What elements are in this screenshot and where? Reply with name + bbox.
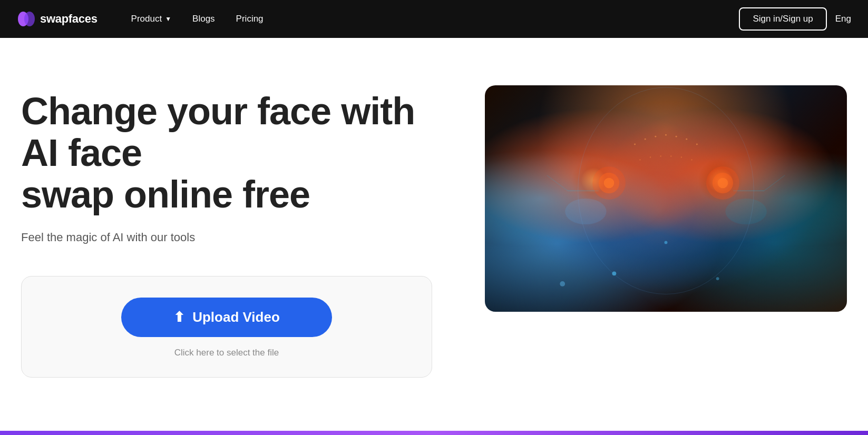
right-section — [485, 80, 847, 312]
hero-title-line2: swap online free — [21, 173, 310, 215]
hero-image-visual — [485, 85, 847, 312]
svg-point-8 — [612, 271, 616, 275]
chevron-down-icon: ▼ — [165, 15, 171, 23]
hero-subtitle: Feel the magic of AI with our tools — [21, 231, 453, 244]
svg-point-7 — [665, 241, 668, 244]
svg-point-19 — [655, 136, 656, 137]
navbar: swapfaces Product ▼ Blogs Pricing Sign i… — [0, 0, 868, 38]
svg-point-21 — [676, 136, 677, 137]
blogs-label: Blogs — [192, 14, 215, 24]
svg-point-20 — [665, 134, 667, 136]
svg-line-4 — [547, 175, 568, 191]
svg-point-17 — [634, 143, 636, 145]
nav-links: Product ▼ Blogs Pricing — [123, 9, 739, 28]
nav-product[interactable]: Product ▼ — [123, 9, 180, 28]
svg-point-31 — [725, 199, 767, 224]
svg-point-24 — [639, 159, 640, 160]
hero-image — [485, 85, 847, 312]
product-label: Product — [131, 14, 162, 24]
svg-point-27 — [670, 155, 671, 156]
nav-right: Sign in/Sign up Eng — [739, 7, 851, 31]
language-selector[interactable]: Eng — [835, 14, 851, 24]
svg-point-22 — [686, 139, 687, 140]
upload-icon: ⬆ — [173, 309, 185, 325]
logo[interactable]: swapfaces — [17, 9, 97, 28]
hero-title-line1: Change your face with AI face — [21, 90, 415, 174]
nav-blogs[interactable]: Blogs — [184, 9, 223, 28]
svg-point-13 — [604, 178, 615, 189]
svg-point-26 — [660, 155, 661, 156]
svg-point-10 — [716, 277, 719, 280]
svg-point-29 — [691, 159, 692, 160]
svg-line-6 — [764, 175, 785, 191]
svg-point-16 — [718, 178, 728, 189]
svg-point-23 — [696, 143, 698, 145]
logo-text: swapfaces — [40, 12, 97, 26]
upload-hint: Click here to select the file — [174, 348, 279, 358]
sign-in-button[interactable]: Sign in/Sign up — [739, 7, 826, 31]
face-circuit-svg — [485, 85, 847, 312]
svg-point-28 — [681, 156, 682, 157]
upload-card: ⬆ Upload Video Click here to select the … — [21, 276, 432, 378]
svg-point-30 — [565, 199, 607, 224]
logo-icon — [17, 9, 36, 28]
svg-point-9 — [560, 281, 565, 286]
hero-title: Change your face with AI face swap onlin… — [21, 91, 453, 216]
bottom-accent-bar — [0, 431, 868, 435]
upload-btn-label: Upload Video — [192, 309, 280, 325]
left-section: Change your face with AI face swap onlin… — [21, 80, 453, 378]
pricing-label: Pricing — [236, 14, 264, 24]
upload-video-button[interactable]: ⬆ Upload Video — [121, 298, 332, 337]
svg-point-25 — [650, 156, 651, 157]
main-content: Change your face with AI face swap onlin… — [0, 38, 868, 435]
svg-point-18 — [645, 139, 646, 140]
nav-pricing[interactable]: Pricing — [228, 9, 272, 28]
svg-point-1 — [24, 12, 35, 26]
